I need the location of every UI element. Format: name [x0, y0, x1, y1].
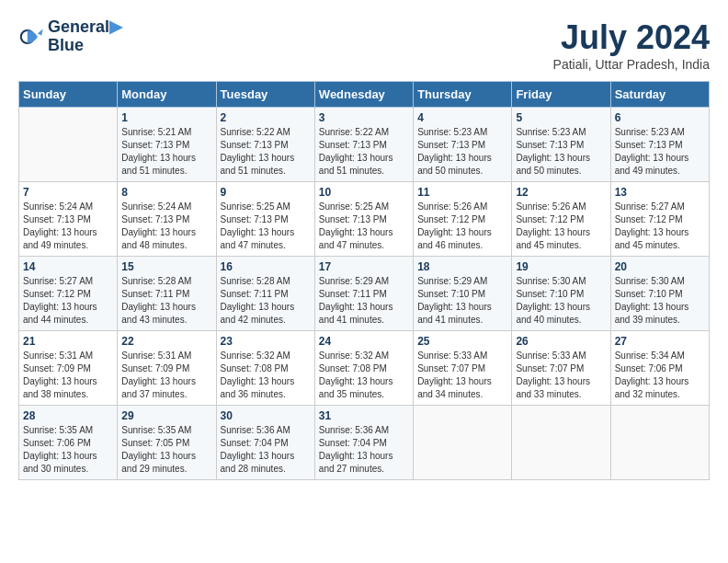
day-number: 12	[516, 186, 606, 199]
day-info: Sunrise: 5:30 AM Sunset: 7:10 PM Dayligh…	[516, 275, 606, 327]
table-cell: 25Sunrise: 5:33 AM Sunset: 7:07 PM Dayli…	[414, 331, 512, 406]
day-info: Sunrise: 5:26 AM Sunset: 7:12 PM Dayligh…	[417, 201, 507, 252]
day-number: 9	[221, 186, 311, 199]
table-cell: 29Sunrise: 5:35 AM Sunset: 7:05 PM Dayli…	[118, 406, 216, 480]
logo-icon	[18, 24, 44, 50]
day-number: 31	[319, 409, 409, 422]
table-cell: 28Sunrise: 5:35 AM Sunset: 7:06 PM Dayli…	[19, 406, 118, 480]
table-cell: 21Sunrise: 5:31 AM Sunset: 7:09 PM Dayli…	[19, 331, 118, 406]
calendar-header-row: SundayMondayTuesdayWednesdayThursdayFrid…	[19, 82, 710, 108]
day-number: 15	[121, 260, 211, 273]
week-row-3: 14Sunrise: 5:27 AM Sunset: 7:12 PM Dayli…	[19, 257, 710, 331]
table-cell: 8Sunrise: 5:24 AM Sunset: 7:13 PM Daylig…	[118, 182, 216, 257]
day-info: Sunrise: 5:32 AM Sunset: 7:08 PM Dayligh…	[221, 350, 311, 401]
day-info: Sunrise: 5:34 AM Sunset: 7:06 PM Dayligh…	[615, 350, 705, 401]
table-cell: 17Sunrise: 5:29 AM Sunset: 7:11 PM Dayli…	[314, 257, 413, 331]
day-number: 20	[615, 260, 705, 273]
table-cell: 3Sunrise: 5:22 AM Sunset: 7:13 PM Daylig…	[314, 108, 413, 182]
day-number: 4	[417, 111, 507, 124]
day-info: Sunrise: 5:28 AM Sunset: 7:11 PM Dayligh…	[221, 275, 311, 327]
day-number: 25	[417, 335, 507, 348]
day-number: 21	[23, 335, 113, 348]
day-number: 14	[23, 260, 113, 273]
day-info: Sunrise: 5:23 AM Sunset: 7:13 PM Dayligh…	[417, 126, 507, 178]
table-cell: 27Sunrise: 5:34 AM Sunset: 7:06 PM Dayli…	[610, 331, 709, 406]
day-number: 28	[23, 409, 113, 422]
table-cell: 12Sunrise: 5:26 AM Sunset: 7:12 PM Dayli…	[512, 182, 610, 257]
day-number: 26	[516, 335, 606, 348]
location: Patiali, Uttar Pradesh, India	[553, 57, 710, 72]
page-header: General▶ Blue July 2024 Patiali, Uttar P…	[18, 18, 710, 72]
week-row-1: 1Sunrise: 5:21 AM Sunset: 7:13 PM Daylig…	[19, 108, 710, 182]
header-thursday: Thursday	[414, 82, 512, 108]
day-number: 18	[417, 260, 507, 273]
logo-text: General▶ Blue	[48, 18, 122, 55]
day-number: 16	[221, 260, 311, 273]
day-info: Sunrise: 5:35 AM Sunset: 7:06 PM Dayligh…	[23, 424, 113, 476]
day-number: 3	[319, 111, 409, 124]
day-number: 30	[221, 409, 311, 422]
header-wednesday: Wednesday	[314, 82, 413, 108]
day-info: Sunrise: 5:31 AM Sunset: 7:09 PM Dayligh…	[121, 350, 211, 401]
day-info: Sunrise: 5:23 AM Sunset: 7:13 PM Dayligh…	[615, 126, 705, 178]
day-number: 5	[516, 111, 606, 124]
day-info: Sunrise: 5:25 AM Sunset: 7:13 PM Dayligh…	[221, 201, 311, 252]
day-info: Sunrise: 5:23 AM Sunset: 7:13 PM Dayligh…	[516, 126, 606, 178]
day-info: Sunrise: 5:30 AM Sunset: 7:10 PM Dayligh…	[615, 275, 705, 327]
day-number: 11	[417, 186, 507, 199]
table-cell: 19Sunrise: 5:30 AM Sunset: 7:10 PM Dayli…	[512, 257, 610, 331]
table-cell: 5Sunrise: 5:23 AM Sunset: 7:13 PM Daylig…	[512, 108, 610, 182]
table-cell	[512, 406, 610, 480]
week-row-4: 21Sunrise: 5:31 AM Sunset: 7:09 PM Dayli…	[19, 331, 710, 406]
day-info: Sunrise: 5:29 AM Sunset: 7:11 PM Dayligh…	[319, 275, 409, 327]
day-number: 8	[121, 186, 211, 199]
day-info: Sunrise: 5:31 AM Sunset: 7:09 PM Dayligh…	[23, 350, 113, 401]
header-sunday: Sunday	[19, 82, 118, 108]
day-number: 6	[615, 111, 705, 124]
day-info: Sunrise: 5:33 AM Sunset: 7:07 PM Dayligh…	[516, 350, 606, 401]
table-cell: 22Sunrise: 5:31 AM Sunset: 7:09 PM Dayli…	[118, 331, 216, 406]
day-number: 1	[121, 111, 211, 124]
day-info: Sunrise: 5:24 AM Sunset: 7:13 PM Dayligh…	[121, 201, 211, 252]
table-cell: 16Sunrise: 5:28 AM Sunset: 7:11 PM Dayli…	[216, 257, 314, 331]
day-info: Sunrise: 5:36 AM Sunset: 7:04 PM Dayligh…	[319, 424, 409, 476]
table-cell: 13Sunrise: 5:27 AM Sunset: 7:12 PM Dayli…	[610, 182, 709, 257]
table-cell: 23Sunrise: 5:32 AM Sunset: 7:08 PM Dayli…	[216, 331, 314, 406]
day-info: Sunrise: 5:26 AM Sunset: 7:12 PM Dayligh…	[516, 201, 606, 252]
table-cell: 2Sunrise: 5:22 AM Sunset: 7:13 PM Daylig…	[216, 108, 314, 182]
table-cell: 4Sunrise: 5:23 AM Sunset: 7:13 PM Daylig…	[414, 108, 512, 182]
day-number: 22	[121, 335, 211, 348]
day-info: Sunrise: 5:36 AM Sunset: 7:04 PM Dayligh…	[221, 424, 311, 476]
week-row-2: 7Sunrise: 5:24 AM Sunset: 7:13 PM Daylig…	[19, 182, 710, 257]
header-saturday: Saturday	[610, 82, 709, 108]
day-info: Sunrise: 5:35 AM Sunset: 7:05 PM Dayligh…	[121, 424, 211, 476]
month-title: July 2024	[553, 18, 710, 57]
day-info: Sunrise: 5:27 AM Sunset: 7:12 PM Dayligh…	[615, 201, 705, 252]
table-cell: 24Sunrise: 5:32 AM Sunset: 7:08 PM Dayli…	[314, 331, 413, 406]
table-cell	[19, 108, 118, 182]
day-info: Sunrise: 5:24 AM Sunset: 7:13 PM Dayligh…	[23, 201, 113, 252]
header-monday: Monday	[118, 82, 216, 108]
day-info: Sunrise: 5:21 AM Sunset: 7:13 PM Dayligh…	[121, 126, 211, 178]
table-cell: 20Sunrise: 5:30 AM Sunset: 7:10 PM Dayli…	[610, 257, 709, 331]
table-cell: 10Sunrise: 5:25 AM Sunset: 7:13 PM Dayli…	[314, 182, 413, 257]
table-cell: 11Sunrise: 5:26 AM Sunset: 7:12 PM Dayli…	[414, 182, 512, 257]
day-number: 27	[615, 335, 705, 348]
table-cell	[414, 406, 512, 480]
day-info: Sunrise: 5:22 AM Sunset: 7:13 PM Dayligh…	[221, 126, 311, 178]
table-cell: 30Sunrise: 5:36 AM Sunset: 7:04 PM Dayli…	[216, 406, 314, 480]
day-number: 13	[615, 186, 705, 199]
day-number: 7	[23, 186, 113, 199]
day-info: Sunrise: 5:29 AM Sunset: 7:10 PM Dayligh…	[417, 275, 507, 327]
logo: General▶ Blue	[18, 18, 122, 55]
table-cell: 15Sunrise: 5:28 AM Sunset: 7:11 PM Dayli…	[118, 257, 216, 331]
table-cell: 6Sunrise: 5:23 AM Sunset: 7:13 PM Daylig…	[610, 108, 709, 182]
day-number: 29	[121, 409, 211, 422]
day-number: 2	[221, 111, 311, 124]
table-cell: 31Sunrise: 5:36 AM Sunset: 7:04 PM Dayli…	[314, 406, 413, 480]
header-tuesday: Tuesday	[216, 82, 314, 108]
day-number: 23	[221, 335, 311, 348]
day-info: Sunrise: 5:32 AM Sunset: 7:08 PM Dayligh…	[319, 350, 409, 401]
day-info: Sunrise: 5:27 AM Sunset: 7:12 PM Dayligh…	[23, 275, 113, 327]
day-info: Sunrise: 5:25 AM Sunset: 7:13 PM Dayligh…	[319, 201, 409, 252]
